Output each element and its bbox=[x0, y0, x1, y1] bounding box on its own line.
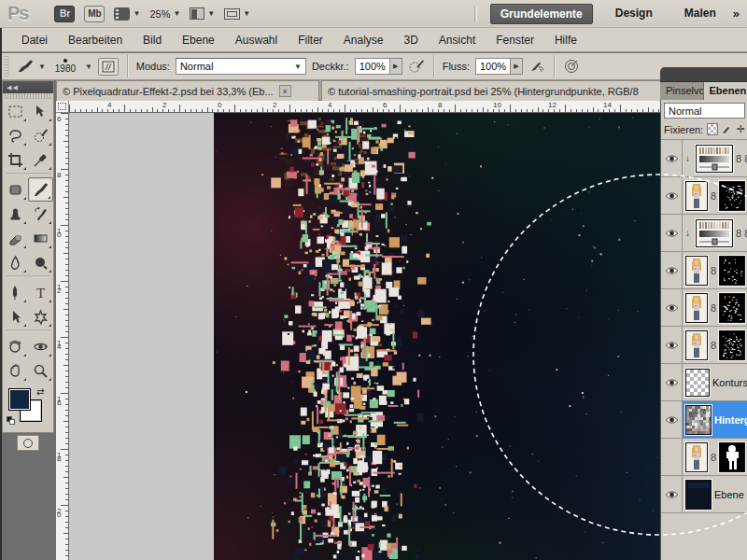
blend-mode-select[interactable]: Normal ▼ bbox=[176, 58, 306, 75]
pen-tool[interactable] bbox=[3, 280, 28, 304]
layer-name[interactable]: Ebene 1 bbox=[714, 489, 747, 500]
ruler-origin-box[interactable] bbox=[56, 101, 69, 113]
tool-preset-picker[interactable]: ▼ bbox=[17, 59, 46, 74]
layer-visibility-toggle[interactable] bbox=[661, 215, 683, 251]
layer-thumbnail[interactable] bbox=[685, 330, 708, 360]
layer-mask-thumbnail[interactable] bbox=[719, 181, 745, 211]
tablet-opacity-icon[interactable] bbox=[408, 59, 425, 74]
mask-link-icon[interactable]: 8 bbox=[711, 340, 716, 351]
layer-visibility-toggle[interactable] bbox=[661, 327, 683, 363]
zoom-tool[interactable] bbox=[28, 358, 53, 383]
tablet-size-icon[interactable] bbox=[563, 59, 580, 74]
layer-thumbnail[interactable] bbox=[685, 442, 708, 472]
layer-content[interactable]: 8 bbox=[683, 439, 747, 475]
layer-content[interactable]: 8 bbox=[683, 327, 747, 363]
workspace-button-design[interactable]: Design bbox=[606, 4, 662, 24]
bridge-button[interactable]: Br bbox=[54, 6, 75, 22]
layer-content[interactable]: Ebene 1 bbox=[683, 476, 747, 512]
foreground-color-swatch[interactable] bbox=[8, 388, 31, 411]
3d-orbit-tool[interactable] bbox=[28, 334, 53, 358]
adjustment-layer-thumbnail[interactable] bbox=[696, 145, 733, 173]
quick-selection-tool[interactable] bbox=[28, 123, 53, 147]
layer-row[interactable]: 8 bbox=[661, 177, 747, 215]
screen-mode-dropdown[interactable]: ▼ bbox=[224, 8, 250, 20]
layer-row[interactable]: ↓88 bbox=[661, 140, 747, 177]
layer-row[interactable]: 8 bbox=[661, 439, 747, 476]
layer-row[interactable]: ↓88 bbox=[661, 215, 747, 252]
move-tool[interactable] bbox=[28, 99, 53, 123]
view-extras-dropdown[interactable]: ▼ bbox=[114, 7, 140, 21]
menu-analyse[interactable]: Analyse bbox=[333, 30, 394, 50]
default-colors-icon[interactable] bbox=[7, 416, 16, 426]
layer-blend-mode-select[interactable]: Normal bbox=[664, 103, 745, 119]
workspace-overflow-chevron[interactable]: » bbox=[733, 7, 740, 21]
eraser-tool[interactable] bbox=[3, 226, 28, 250]
layer-content[interactable]: ↓88 bbox=[683, 140, 747, 176]
history-brush-tool[interactable] bbox=[28, 202, 53, 226]
menu-datei[interactable]: Datei bbox=[11, 30, 58, 50]
layer-mask-thumbnail[interactable] bbox=[719, 442, 745, 472]
mask-link-icon[interactable]: 8 bbox=[711, 265, 716, 276]
lock-position-icon[interactable]: ✛ bbox=[737, 123, 745, 135]
eyedropper-tool[interactable] bbox=[28, 147, 53, 172]
path-selection-tool[interactable] bbox=[3, 304, 28, 329]
layer-content[interactable]: ↓88 bbox=[683, 215, 747, 251]
gradient-tool[interactable] bbox=[28, 226, 53, 250]
menu-ansicht[interactable]: Ansicht bbox=[429, 30, 486, 50]
swap-colors-icon[interactable]: ⇄ bbox=[36, 386, 44, 397]
layer-row-konturs[interactable]: Konturs bbox=[661, 364, 747, 401]
opacity-slider-arrow[interactable]: ▶ bbox=[390, 58, 402, 75]
layer-row[interactable]: 8 bbox=[661, 289, 747, 327]
toggle-brush-panel-button[interactable] bbox=[98, 58, 119, 76]
layer-thumbnail[interactable] bbox=[685, 293, 708, 323]
3d-rotate-tool[interactable] bbox=[3, 334, 28, 358]
layer-thumbnail[interactable] bbox=[685, 181, 708, 211]
transparent-layer-thumbnail[interactable] bbox=[685, 369, 710, 397]
layer-row[interactable]: 8 bbox=[661, 252, 747, 289]
close-icon[interactable]: × bbox=[279, 85, 291, 97]
panel-header-bar[interactable] bbox=[660, 67, 747, 82]
mini-bridge-button[interactable]: Mb bbox=[84, 6, 105, 22]
vertical-ruler[interactable]: 681 01 21 41 61 82 0 bbox=[56, 113, 69, 560]
menu-ebene[interactable]: Ebene bbox=[172, 30, 225, 50]
zoom-level-dropdown[interactable]: 25% ▼ bbox=[149, 8, 180, 20]
lasso-tool[interactable] bbox=[3, 123, 28, 147]
layer-visibility-toggle[interactable] bbox=[661, 364, 683, 400]
mask-link-icon[interactable]: 8 bbox=[711, 452, 716, 463]
tools-collapse-bar[interactable]: ◀◀ bbox=[3, 81, 53, 93]
layer-visibility-toggle[interactable] bbox=[661, 289, 683, 326]
arrange-documents-dropdown[interactable]: ▼ bbox=[190, 7, 215, 20]
layer-row-ebene-1[interactable]: Ebene 1 bbox=[661, 476, 747, 513]
mask-link-icon[interactable]: 8 bbox=[736, 153, 741, 164]
layer-visibility-toggle[interactable] bbox=[661, 140, 683, 176]
menu-bearbeiten[interactable]: Bearbeiten bbox=[58, 30, 133, 50]
options-grip-handle[interactable] bbox=[4, 56, 9, 77]
rectangular-marquee-tool[interactable] bbox=[3, 99, 28, 123]
tab-pinselvorgaben[interactable]: Pinselvorg bbox=[660, 82, 704, 100]
canvas-viewport[interactable] bbox=[69, 113, 747, 560]
menu-filter[interactable]: Filter bbox=[288, 30, 333, 50]
chevron-down-icon[interactable]: ▼ bbox=[85, 63, 92, 71]
layer-visibility-toggle[interactable] bbox=[661, 476, 683, 512]
opacity-field[interactable]: 100% ▶ bbox=[355, 58, 402, 75]
mask-link-icon[interactable]: 8 bbox=[711, 190, 716, 202]
adjustment-layer-thumbnail[interactable] bbox=[696, 219, 733, 247]
layer-mask-thumbnail[interactable] bbox=[719, 256, 745, 286]
layer-content[interactable]: Hinterg bbox=[683, 401, 747, 438]
layer-visibility-toggle[interactable] bbox=[661, 439, 683, 475]
spot-healing-tool[interactable] bbox=[3, 177, 28, 202]
flow-slider-arrow[interactable]: ▶ bbox=[511, 58, 523, 75]
workspace-button-malen[interactable]: Malen bbox=[675, 4, 726, 24]
workspace-button-grundelemente[interactable]: Grundelemente bbox=[490, 4, 593, 24]
layer-mask-thumbnail[interactable] bbox=[719, 330, 745, 360]
type-tool[interactable]: T bbox=[28, 280, 53, 304]
menu-fenster[interactable]: Fenster bbox=[486, 30, 544, 50]
airbrush-icon[interactable] bbox=[529, 59, 545, 74]
brush-tool[interactable] bbox=[28, 177, 53, 202]
layer-name[interactable]: Hinterg bbox=[714, 414, 747, 426]
custom-shape-tool[interactable] bbox=[28, 304, 53, 329]
clone-stamp-tool[interactable] bbox=[3, 202, 28, 226]
tab-ebenen[interactable]: Ebenen bbox=[704, 82, 747, 100]
layer-content[interactable]: 8 bbox=[683, 252, 747, 288]
quick-mask-button[interactable] bbox=[17, 435, 39, 451]
